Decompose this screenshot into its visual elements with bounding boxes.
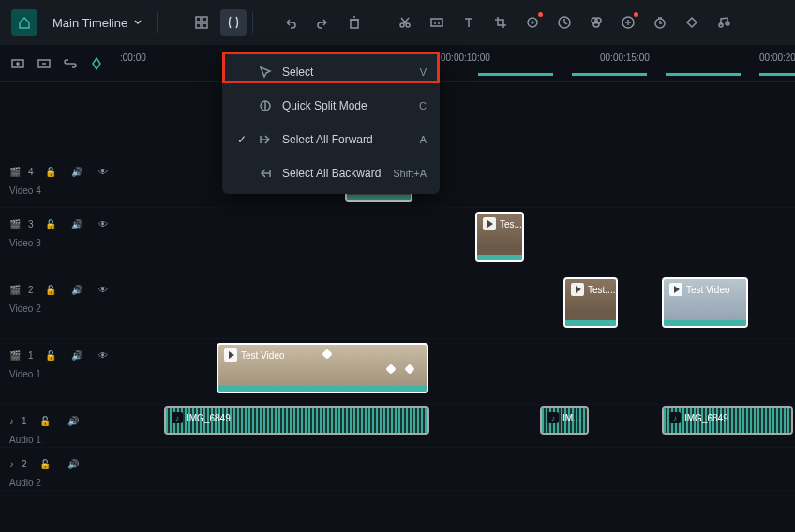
mute-icon[interactable]: 🔊 bbox=[68, 279, 86, 300]
music-icon: ♪ bbox=[669, 412, 681, 423]
keyframe-button[interactable] bbox=[679, 9, 705, 36]
mute-icon[interactable]: 🔊 bbox=[63, 410, 83, 431]
range-marker bbox=[759, 73, 795, 76]
undo-button[interactable] bbox=[278, 9, 304, 36]
timeline-label: Main Timeline bbox=[52, 16, 128, 30]
video-clip[interactable]: Test Video bbox=[217, 343, 428, 393]
video-icon: 🎬 bbox=[9, 167, 21, 177]
svg-rect-7 bbox=[431, 19, 442, 26]
track-lane[interactable]: Tes... bbox=[122, 208, 795, 273]
eye-icon[interactable]: 👁 bbox=[94, 214, 112, 234]
track-row-video3: 🎬3 🔓 🔊 👁 Video 3 Tes... bbox=[0, 208, 795, 273]
video-icon: 🎬 bbox=[9, 285, 21, 295]
music-button[interactable] bbox=[711, 9, 737, 36]
marker-button[interactable] bbox=[86, 53, 107, 74]
audio-clip[interactable]: ♪IMG_6849 bbox=[164, 406, 429, 435]
timeline-selector[interactable]: Main Timeline bbox=[43, 16, 152, 30]
track-lane[interactable]: Test Video bbox=[122, 339, 795, 404]
ruler-tick: 00:00:10:00 bbox=[441, 52, 490, 63]
add-track-button[interactable] bbox=[8, 53, 28, 74]
lock-icon[interactable]: 🔓 bbox=[41, 161, 60, 182]
track-header: ♪1 🔓 🔊 Audio 1 bbox=[0, 405, 122, 447]
separator bbox=[252, 12, 253, 33]
svg-rect-1 bbox=[202, 17, 207, 22]
select-tool-button[interactable] bbox=[220, 9, 247, 36]
lock-icon[interactable]: 🔓 bbox=[35, 410, 55, 431]
context-menu: Select V Quick Split Mode C ✓ Select All… bbox=[222, 52, 440, 194]
ruler-tick: 00:00:20:00 bbox=[759, 52, 795, 63]
audio-clip[interactable]: ♪IM... bbox=[540, 406, 589, 435]
track-label: Audio 2 bbox=[9, 478, 112, 488]
effects-button[interactable] bbox=[519, 9, 546, 36]
play-icon bbox=[224, 348, 237, 362]
audio-icon: ♪ bbox=[9, 416, 14, 426]
track-lane[interactable]: ♪IMG_6849 ♪IM... ♪IMG_6849 bbox=[122, 405, 795, 447]
color-button[interactable] bbox=[583, 9, 609, 36]
track-lane[interactable]: Test.... Test Video bbox=[122, 273, 795, 338]
text-button[interactable] bbox=[456, 9, 482, 36]
mute-icon[interactable]: 🔊 bbox=[68, 214, 86, 234]
menu-item-select-backward[interactable]: Select All Backward Shift+A bbox=[222, 156, 440, 190]
svg-rect-2 bbox=[196, 23, 201, 28]
track-row-video2: 🎬2 🔓 🔊 👁 Video 2 Test.... Test Video bbox=[0, 273, 795, 339]
mute-icon[interactable]: 🔊 bbox=[68, 345, 86, 365]
home-button[interactable] bbox=[11, 9, 38, 36]
main-toolbar: Main Timeline bbox=[0, 0, 795, 45]
separator bbox=[158, 12, 158, 33]
audio-button[interactable] bbox=[615, 9, 641, 36]
video-clip[interactable]: Test Video bbox=[662, 277, 748, 328]
backward-icon bbox=[258, 166, 273, 181]
range-marker bbox=[572, 73, 647, 76]
track-lane[interactable] bbox=[122, 448, 795, 490]
track-header: 🎬2 🔓 🔊 👁 Video 2 bbox=[0, 273, 122, 338]
play-icon bbox=[571, 283, 584, 296]
cursor-icon bbox=[258, 65, 273, 80]
video-icon: 🎬 bbox=[9, 350, 21, 361]
eye-icon[interactable]: 👁 bbox=[94, 279, 112, 300]
eye-icon[interactable]: 👁 bbox=[94, 345, 112, 365]
marker-icon bbox=[322, 348, 332, 359]
track-row-video1: 🎬1 🔓 🔊 👁 Video 1 Test Video bbox=[0, 339, 795, 405]
eye-icon[interactable]: 👁 bbox=[94, 161, 112, 182]
marker-icon bbox=[404, 363, 414, 374]
lock-icon[interactable]: 🔓 bbox=[41, 279, 60, 300]
video-icon: 🎬 bbox=[9, 219, 21, 229]
speed-button[interactable] bbox=[551, 9, 578, 36]
track-header: 🎬4 🔓 🔊 👁 Video 4 bbox=[0, 155, 122, 207]
menu-item-select-forward[interactable]: ✓ Select All Forward A bbox=[222, 123, 440, 156]
video-clip[interactable]: Tes... bbox=[475, 212, 524, 262]
svg-rect-3 bbox=[202, 23, 207, 28]
chevron-down-icon bbox=[133, 18, 142, 27]
music-icon: ♪ bbox=[548, 412, 559, 423]
link-button[interactable] bbox=[60, 53, 81, 74]
menu-item-select[interactable]: Select V bbox=[222, 55, 440, 89]
audio-clip[interactable]: ♪IMG_6849 bbox=[662, 406, 793, 435]
track-label: Video 3 bbox=[9, 238, 112, 248]
track-row-audio2: ♪2 🔓 🔊 Audio 2 bbox=[0, 448, 795, 491]
ruler-tick: :00:00 bbox=[120, 52, 146, 63]
subtitle-button[interactable] bbox=[424, 9, 450, 36]
redo-button[interactable] bbox=[309, 9, 336, 36]
svg-point-8 bbox=[528, 18, 537, 27]
svg-rect-0 bbox=[196, 17, 201, 22]
cut-button[interactable] bbox=[392, 9, 418, 36]
svg-point-9 bbox=[532, 22, 533, 23]
delete-button[interactable] bbox=[341, 9, 368, 36]
play-icon bbox=[669, 283, 682, 296]
delete-track-button[interactable] bbox=[34, 53, 54, 74]
lock-icon[interactable]: 🔓 bbox=[41, 345, 60, 365]
menu-item-quick-split[interactable]: Quick Split Mode C bbox=[222, 89, 440, 123]
lock-icon[interactable]: 🔓 bbox=[35, 453, 55, 474]
crop-button[interactable] bbox=[488, 9, 514, 36]
mute-icon[interactable]: 🔊 bbox=[63, 453, 83, 474]
track-row-audio1: ♪1 🔓 🔊 Audio 1 ♪IMG_6849 ♪IM... ♪IMG_684… bbox=[0, 405, 795, 448]
lock-icon[interactable]: 🔓 bbox=[41, 214, 60, 234]
track-label: Video 4 bbox=[9, 185, 112, 196]
grid-icon[interactable] bbox=[188, 9, 215, 36]
forward-icon bbox=[258, 132, 273, 147]
duration-button[interactable] bbox=[647, 9, 673, 36]
play-icon bbox=[483, 217, 496, 230]
track-header: 🎬3 🔓 🔊 👁 Video 3 bbox=[0, 208, 122, 273]
mute-icon[interactable]: 🔊 bbox=[68, 161, 86, 182]
video-clip[interactable]: Test.... bbox=[563, 277, 618, 328]
